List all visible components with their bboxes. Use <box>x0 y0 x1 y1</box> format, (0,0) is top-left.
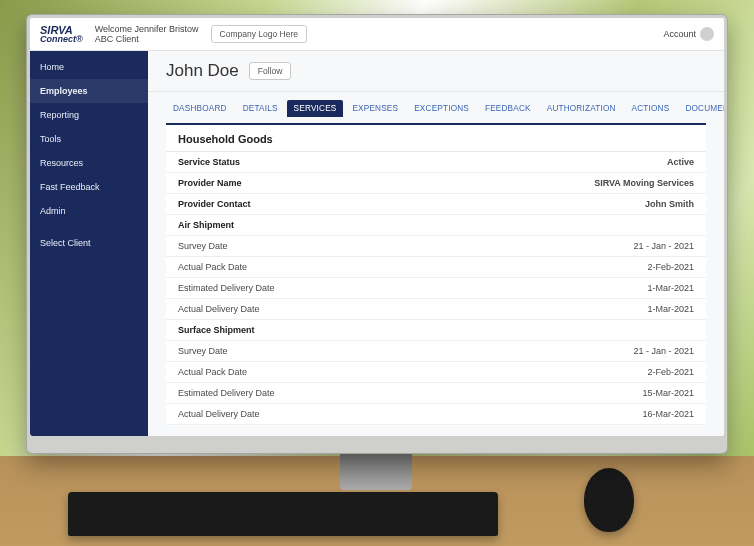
row-key: Provider Contact <box>178 199 251 209</box>
row-key: Air Shipment <box>178 220 234 230</box>
row-value: 2-Feb-2021 <box>647 262 694 272</box>
sidebar-item-resources[interactable]: Resources <box>30 151 148 175</box>
row-key: Estimated Delivery Date <box>178 388 275 398</box>
sidebar-item-select-client[interactable]: Select Client <box>30 231 148 255</box>
table-row: Actual Delivery Date1-Mar-2021 <box>166 299 706 320</box>
tabs: DASHBOARDDETAILSSERVICESEXPENSESEXCEPTIO… <box>148 92 724 117</box>
tab-actions[interactable]: ACTIONS <box>625 100 677 117</box>
monitor-stand <box>340 450 412 490</box>
panel-heading: Household Goods <box>166 131 706 151</box>
tab-services[interactable]: SERVICES <box>287 100 344 117</box>
tab-documents[interactable]: DOCUMENTS <box>678 100 724 117</box>
row-key: Survey Date <box>178 241 228 251</box>
mouse-hardware <box>584 468 634 532</box>
sidebar-item-reporting[interactable]: Reporting <box>30 103 148 127</box>
tab-details[interactable]: DETAILS <box>236 100 285 117</box>
row-key: Actual Pack Date <box>178 262 247 272</box>
row-key: Estimated Delivery Date <box>178 283 275 293</box>
table-row: Actual Delivery Date16-Mar-2021 <box>166 404 706 425</box>
row-key: Actual Delivery Date <box>178 409 260 419</box>
app-header: SIRVA Connect® Welcome Jennifer Bristow … <box>30 18 724 51</box>
sidebar-item-admin[interactable]: Admin <box>30 199 148 223</box>
sidebar-item-home[interactable]: Home <box>30 55 148 79</box>
company-logo-button[interactable]: Company Logo Here <box>211 25 307 43</box>
panel-rows: Service StatusActiveProvider NameSIRVA M… <box>166 151 706 425</box>
sidebar-item-employees[interactable]: Employees <box>30 79 148 103</box>
table-row: Estimated Delivery Date15-Mar-2021 <box>166 383 706 404</box>
screen: SIRVA Connect® Welcome Jennifer Bristow … <box>30 18 724 436</box>
row-key: Provider Name <box>178 178 242 188</box>
table-row: Actual Pack Date2-Feb-2021 <box>166 362 706 383</box>
row-key: Actual Pack Date <box>178 367 247 377</box>
row-key: Surface Shipment <box>178 325 255 335</box>
table-row: Surface Shipment <box>166 320 706 341</box>
row-value: Active <box>667 157 694 167</box>
tab-authorization[interactable]: AUTHORIZATION <box>540 100 623 117</box>
row-value: 21 - Jan - 2021 <box>633 241 694 251</box>
table-row: Provider ContactJohn Smith <box>166 194 706 215</box>
table-row: Estimated Delivery Date1-Mar-2021 <box>166 278 706 299</box>
tab-expenses[interactable]: EXPENSES <box>345 100 405 117</box>
sidebar-item-tools[interactable]: Tools <box>30 127 148 151</box>
row-key: Service Status <box>178 157 240 167</box>
table-row: Survey Date21 - Jan - 2021 <box>166 236 706 257</box>
row-value: 15-Mar-2021 <box>642 388 694 398</box>
table-row: Actual Pack Date2-Feb-2021 <box>166 257 706 278</box>
welcome-block: Welcome Jennifer Bristow ABC Client <box>95 24 199 44</box>
row-value: 1-Mar-2021 <box>647 304 694 314</box>
page-title: John Doe <box>166 61 239 81</box>
brand-logo: SIRVA Connect® <box>40 25 83 44</box>
row-value: John Smith <box>645 199 694 209</box>
row-value: SIRVA Moving Services <box>594 178 694 188</box>
row-value: 2-Feb-2021 <box>647 367 694 377</box>
tab-dashboard[interactable]: DASHBOARD <box>166 100 234 117</box>
table-row: Air Shipment <box>166 215 706 236</box>
row-value: 21 - Jan - 2021 <box>633 346 694 356</box>
tab-feedback[interactable]: FEEDBACK <box>478 100 538 117</box>
client-name: ABC Client <box>95 34 199 44</box>
row-key: Survey Date <box>178 346 228 356</box>
follow-button[interactable]: Follow <box>249 62 292 80</box>
sidebar: HomeEmployeesReportingToolsResourcesFast… <box>30 51 148 436</box>
tab-exceptions[interactable]: EXCEPTIONS <box>407 100 476 117</box>
table-row: Survey Date21 - Jan - 2021 <box>166 341 706 362</box>
keyboard <box>68 492 498 536</box>
title-row: John Doe Follow <box>148 51 724 92</box>
row-value: 16-Mar-2021 <box>642 409 694 419</box>
table-row: Service StatusActive <box>166 152 706 173</box>
row-value: 1-Mar-2021 <box>647 283 694 293</box>
table-row: Provider NameSIRVA Moving Services <box>166 173 706 194</box>
avatar-icon <box>700 27 714 41</box>
main-content: John Doe Follow DASHBOARDDETAILSSERVICES… <box>148 51 724 436</box>
services-panel: Household Goods Service StatusActiveProv… <box>166 123 706 426</box>
sidebar-item-fast-feedback[interactable]: Fast Feedback <box>30 175 148 199</box>
account-menu[interactable]: Account <box>663 27 714 41</box>
row-key: Actual Delivery Date <box>178 304 260 314</box>
monitor: SIRVA Connect® Welcome Jennifer Bristow … <box>26 14 728 454</box>
account-label: Account <box>663 29 696 39</box>
welcome-text: Welcome Jennifer Bristow <box>95 24 199 34</box>
brand-line2: Connect® <box>40 35 83 44</box>
